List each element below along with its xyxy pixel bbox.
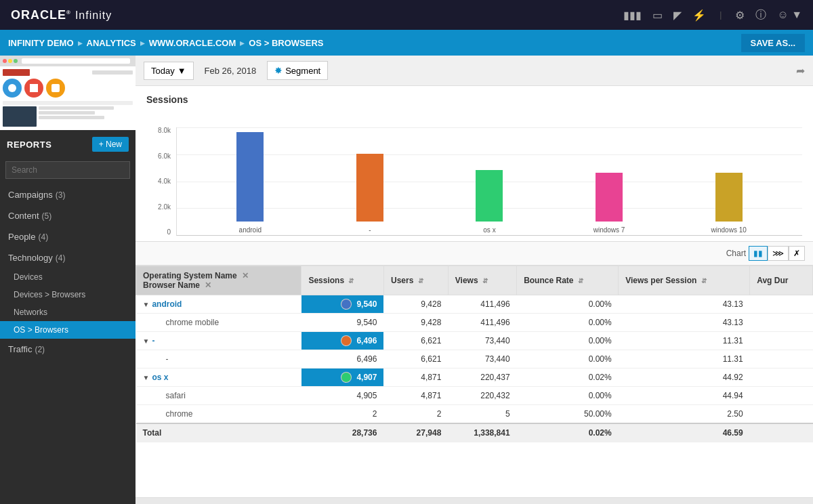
sidebar-sub-devices[interactable]: Devices [0,268,136,286]
chart-bar-label: os x [430,226,549,234]
sidebar-item-campaigns[interactable]: Campaigns (3) [0,184,136,205]
content-area: Today ▼ Feb 26, 2018 ✸ Segment ➦ Session… [136,56,813,504]
total-views: 1,338,841 [448,423,516,442]
chart-bar-os-x[interactable] [476,170,503,222]
chart-bar-group-windows-7: windows 7 [549,127,669,235]
th-sessions[interactable]: Sessions ⇵ [301,266,384,295]
sidebar-item-count: (4) [38,232,48,242]
new-button[interactable]: + New [92,137,129,152]
share-icon[interactable]: ➦ [796,64,805,77]
cast-icon[interactable]: ◤ [673,9,682,22]
th-bounce-rate[interactable]: Bounce Rate ⇵ [517,266,619,295]
sidebar-sub-os-browsers[interactable]: OS > Browsers [0,321,136,339]
sidebar-item-content[interactable]: Content (5) [0,205,136,226]
breadcrumb-item-os-browsers[interactable]: OS > BROWSERS [249,38,323,48]
segment-icon: ✸ [274,65,283,76]
book-icon[interactable]: ▭ [652,9,663,22]
sidebar-item-label: People [8,232,35,242]
user-icon[interactable]: ☺ ▼ [777,9,802,21]
session-value: 9,540 [356,299,377,309]
os-row: ▼os x4,9074,871220,4370.02%44.92 [136,369,813,387]
expand-icon[interactable]: ▼ [143,301,150,308]
save-as-button[interactable]: SAVE AS... [741,34,805,52]
os-row: ▼android9,5409,428411,4960.00%43.13 [136,295,813,314]
lightning-icon[interactable]: ⚡ [692,9,706,22]
total-avgdur [750,423,813,442]
avgdur-cell [750,332,813,350]
vps-cell: 44.92 [619,369,750,387]
th-os-name[interactable]: Operating System Name ✕ Browser Name ✕ [136,266,301,295]
bounce-cell: 0.00% [517,332,619,350]
views-cell: 73,440 [448,350,516,369]
search-input[interactable] [5,161,130,179]
browser-name: chrome [152,409,193,419]
browser-sessions: 2 [301,405,384,424]
views-cell: 5 [448,405,516,424]
expand-icon[interactable]: ▼ [143,374,150,381]
bounce-sort-icon: ⇵ [578,277,583,285]
sidebar-item-people[interactable]: People (4) [0,226,136,247]
y-axis-label-2k: 2.0k [146,204,171,211]
main-layout: REPORTS + New Campaigns (3) Content (5) … [0,56,813,504]
chart-bar--[interactable] [356,154,383,222]
breadcrumb-item-analytics[interactable]: ANALYTICS [87,38,136,48]
users-cell: 6,621 [383,350,448,369]
bounce-cell: 0.00% [517,314,619,332]
th-views-per-session[interactable]: Views per Session ⇵ [619,266,750,295]
sidebar-item-count: (3) [56,190,66,200]
users-cell: 6,621 [383,332,448,350]
browser-name: safari [152,391,186,400]
sidebar-sub-networks[interactable]: Networks [0,303,136,321]
chart-bar-windows-7[interactable] [596,173,623,222]
vps-cell: 44.94 [619,387,750,405]
browser-sessions: 4,905 [301,387,384,405]
top-navigation: ORACLE® Infinity ▮▮▮ ▭ ◤ ⚡ | ⚙ ⓘ ☺ ▼ [0,0,813,30]
no-chart-toggle-button[interactable]: ✗ [789,246,805,261]
horizontal-scrollbar[interactable] [136,497,813,504]
th-avg-dur[interactable]: Avg Dur [750,266,813,295]
bounce-cell: 50.00% [517,405,619,424]
os-filter-icon[interactable]: ✕ [242,271,249,280]
bar-chart-toggle-button[interactable]: ▮▮ [749,246,768,261]
sidebar-preview [0,56,136,130]
total-label: Total [136,423,301,442]
reports-title: REPORTS [7,140,51,150]
sidebar-item-label: Traffic [8,344,32,354]
expand-icon[interactable]: ▼ [143,337,150,345]
help-icon[interactable]: ⓘ [755,8,766,22]
chart-bar-label: android [190,226,310,234]
th-users[interactable]: Users ⇵ [383,266,448,295]
table-area: Operating System Name ✕ Browser Name ✕ S… [136,266,813,497]
views-cell: 220,437 [448,369,516,387]
today-button[interactable]: Today ▼ [144,62,194,80]
breadcrumb-item-oracle[interactable]: WWW.ORACLE.COM [149,38,236,48]
browser-name: chrome mobile [152,318,220,327]
total-row: Total28,73627,9481,338,8410.02%46.59 [136,423,813,442]
sessions-sort-icon: ⇵ [348,277,354,285]
y-axis-label-0: 0 [146,229,171,236]
chart-bar-android[interactable] [236,132,264,222]
browser-row: chrome22550.00%2.50 [136,405,813,424]
chart-bar-windows-10[interactable] [715,173,743,222]
line-chart-toggle-button[interactable]: ⋙ [768,246,789,261]
sidebar-item-label: Technology [8,253,53,263]
bar-chart-icon[interactable]: ▮▮▮ [623,9,642,22]
os-name: os x [152,373,168,382]
th-views[interactable]: Views ⇵ [448,266,516,295]
chart-bar-group-os-x: os x [430,127,549,235]
sidebar-item-technology[interactable]: Technology (4) [0,247,136,268]
gear-icon[interactable]: ⚙ [735,9,745,22]
toolbar: Today ▼ Feb 26, 2018 ✸ Segment ➦ [136,56,813,86]
vps-sort-icon: ⇵ [701,277,707,285]
segment-button[interactable]: ✸ Segment [267,61,328,80]
sidebar-sub-devices-browsers[interactable]: Devices > Browsers [0,286,136,303]
sidebar: REPORTS + New Campaigns (3) Content (5) … [0,56,136,504]
browser-row: -6,4966,62173,4400.00%11.31 [136,350,813,369]
breadcrumb-item-infinity-demo[interactable]: INFINITY DEMO [8,38,74,48]
sidebar-item-traffic[interactable]: Traffic (2) [0,339,136,360]
bounce-cell: 0.00% [517,350,619,369]
session-value: 4,907 [356,373,377,382]
session-dot [341,299,351,309]
views-cell: 411,496 [448,314,516,332]
browser-filter-icon[interactable]: ✕ [205,280,211,290]
